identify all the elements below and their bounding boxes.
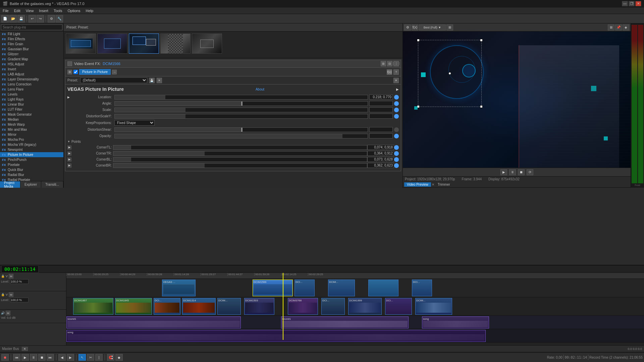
fx-item-mocha-pro[interactable]: FXMocha Pro (0, 137, 63, 142)
clip-dcim1503[interactable]: DCIM1503 (244, 298, 274, 315)
thumb-2[interactable] (97, 34, 127, 54)
tool-marker-btn[interactable]: ◆ (115, 354, 123, 361)
fx-help-btn[interactable]: ? (393, 69, 399, 75)
preview-fx-btn[interactable]: f(x) (412, 24, 418, 31)
clip-dci-right[interactable]: DCI... (321, 298, 345, 315)
redo-button[interactable]: ↪ (37, 15, 44, 22)
clip-1[interactable]: DCI... (294, 280, 315, 296)
playhead[interactable] (283, 273, 283, 340)
pause-btn[interactable]: ⏸ (509, 169, 516, 175)
corner-bl-slider[interactable] (113, 157, 367, 162)
corner-tr-value[interactable] (367, 151, 394, 156)
preset-save-btn[interactable]: 💾 (149, 78, 155, 83)
corner-br-slider[interactable] (113, 163, 367, 168)
opacity-slider[interactable] (114, 134, 368, 138)
fx-item-radial-blur[interactable]: FXRadial Blur (0, 172, 63, 177)
tool-snap-btn[interactable]: 🧲 (107, 354, 114, 361)
maximize-button[interactable]: ❐ (629, 1, 635, 6)
fx-item-glitzerr[interactable]: FXGlitzerr (0, 52, 63, 57)
titlebar-controls[interactable]: — ❐ ✕ (622, 1, 641, 6)
thumb-5[interactable] (192, 34, 222, 54)
points-section[interactable]: ▼ Points (67, 140, 399, 143)
ds-anim[interactable] (394, 127, 399, 132)
corner-bl-anim[interactable] (394, 157, 399, 162)
fx-chain-item[interactable]: Picture In Picture (79, 69, 111, 75)
fx-item-hsl-adjust[interactable]: FXHSL Adjust (0, 62, 63, 67)
scale-slider[interactable] (114, 108, 368, 112)
clip-3[interactable] (368, 280, 398, 296)
corner-br-value[interactable] (367, 163, 394, 168)
fx-item-mask-generator[interactable]: FXMask Generator (0, 112, 63, 117)
dsy-value[interactable]: 0,289 (369, 114, 393, 119)
fx-item-lab-adjust[interactable]: FXLAB Adjust (0, 72, 63, 77)
corner-bl-expand[interactable]: ▶ (67, 158, 71, 162)
location-anim[interactable] (394, 95, 399, 100)
tab-project-media[interactable]: Project Media (0, 181, 20, 188)
corner-br-anim[interactable] (394, 163, 399, 168)
clip-2[interactable]: DCIM... (328, 280, 355, 296)
fx-item-picture-in-picture[interactable]: FXPicture In Picture (0, 152, 63, 157)
menu-insert[interactable]: Insert (36, 8, 51, 13)
transport-prev-frame-btn[interactable]: ◀ (58, 354, 66, 361)
clip-dcim1867[interactable]: DCIM1867 (73, 298, 113, 315)
preview-overlay-btn[interactable]: ◈ (623, 24, 629, 31)
master-bus-close-btn[interactable]: ✕ (22, 347, 28, 351)
menu-file[interactable]: File (0, 8, 11, 13)
tool-trim-btn[interactable]: ✂ (87, 354, 94, 361)
preview-quality-btn[interactable]: Best (Full) ▼ (419, 24, 446, 31)
settings-button[interactable]: 🔧 (56, 15, 63, 22)
fx-item-newsprint[interactable]: FXNewsprint (0, 147, 63, 152)
close-button[interactable]: ✕ (635, 1, 641, 6)
fx-item-radial-pixelate[interactable]: FXRadial Pixelate (0, 177, 63, 181)
tab-trimmer[interactable]: Trimmer (435, 182, 453, 187)
menu-options[interactable]: Options (65, 8, 83, 13)
location-slider[interactable] (114, 95, 368, 100)
fx-item-median[interactable]: FXMedian (0, 117, 63, 122)
fx-item-invert[interactable]: FXInvert (0, 67, 63, 72)
preset-select[interactable]: (Default) (80, 77, 147, 83)
fx-item-mocha-vr-(legacy)[interactable]: FXMocha VR (legacy) (0, 142, 63, 147)
fx-grid-btn-1[interactable]: ⊞ (381, 61, 386, 66)
audio-clip-song2[interactable]: sound1 (281, 316, 409, 328)
fx-item-film-effects[interactable]: FXFilm Effects (0, 37, 63, 42)
pip-handle-br[interactable] (480, 105, 483, 108)
dsy-anim[interactable] (394, 114, 399, 119)
fx-item-fill-light[interactable]: FXFill Light (0, 32, 63, 37)
pip-handle-center[interactable] (448, 72, 451, 75)
new-button[interactable]: 📄 (1, 15, 9, 22)
preview-settings-btn[interactable]: ⚙ (404, 24, 411, 31)
keep-proportions-select[interactable]: Fixed Shape Free Form None (114, 120, 155, 126)
preview-close-btn[interactable]: ✕ (432, 183, 434, 186)
preset-del-btn[interactable]: ✕ (157, 78, 162, 83)
corner-tr-anim[interactable] (394, 151, 399, 156)
clip-dcim-far[interactable]: DCI... (385, 298, 412, 315)
angle-value[interactable]: 0,604 (369, 101, 393, 106)
corner-br-expand[interactable]: ▶ (67, 164, 71, 168)
preset-close-btn[interactable]: ✕ (393, 78, 399, 83)
play-btn[interactable]: ▶ (500, 169, 507, 175)
transport-go-start-btn[interactable]: ⏮ (13, 354, 20, 361)
location-value[interactable] (369, 95, 393, 100)
ds-value[interactable]: 0,000 (369, 127, 393, 132)
clip-4[interactable]: DCI... (412, 280, 432, 296)
clip-dci-mid[interactable]: DCI... (154, 298, 180, 315)
transport-record-btn[interactable]: ⏺ (1, 354, 9, 361)
clip-dcim1999[interactable]: DCIM1999 (348, 298, 382, 315)
thumb-1[interactable] (66, 34, 96, 54)
clip-dcim3768[interactable]: DCIM3768 (288, 298, 318, 315)
clip-dcim1845[interactable]: DCIM1845 (115, 298, 152, 315)
location-expand[interactable]: ▶ (67, 96, 71, 99)
fx-item-levels[interactable]: FXLevels (0, 92, 63, 97)
scale-anim[interactable] (394, 108, 399, 112)
fx-item-lens-correction[interactable]: FXLens Correction (0, 82, 63, 87)
corner-bl-value[interactable] (367, 157, 394, 162)
thumb-3[interactable] (129, 34, 159, 54)
angle-anim[interactable] (394, 101, 399, 106)
transport-next-frame-btn[interactable]: ▶ (67, 354, 74, 361)
ds-slider[interactable] (114, 127, 368, 132)
tab-video-preview[interactable]: Video Preview (404, 182, 431, 187)
fx-item-film-grain[interactable]: FXFilm Grain (0, 42, 63, 47)
clip-dcim1314[interactable]: DCIM1314 (182, 298, 216, 315)
transport-go-end-btn[interactable]: ⏭ (47, 354, 54, 361)
search-input[interactable] (1, 24, 62, 30)
